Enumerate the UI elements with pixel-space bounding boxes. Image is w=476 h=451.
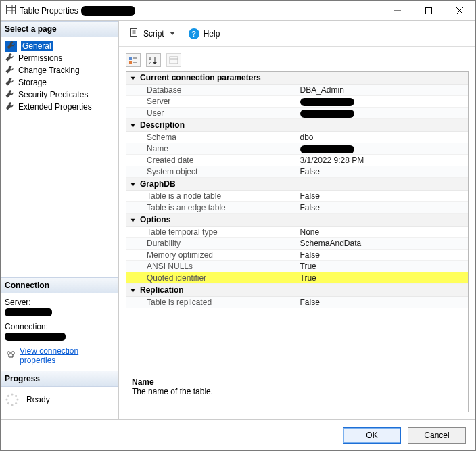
property-key: Created date <box>126 155 298 166</box>
property-key: Table temporal type <box>126 227 298 237</box>
property-row[interactable]: Table is replicatedFalse <box>126 297 468 308</box>
property-key: ANSI NULLs <box>126 261 298 272</box>
close-button[interactable] <box>444 1 475 21</box>
property-row[interactable]: Table temporal typeNone <box>126 227 468 238</box>
page-nav-item[interactable]: General <box>2 40 117 52</box>
property-value: SchemaAndData <box>300 239 362 248</box>
categorized-view-button[interactable] <box>126 53 141 67</box>
description-pane: Name The name of the table. <box>126 373 469 412</box>
collapse-icon[interactable]: ▾ <box>129 216 136 224</box>
script-label: Script <box>143 29 164 39</box>
svg-text:Z: Z <box>149 61 151 64</box>
server-label: Server: <box>5 298 114 307</box>
page-nav-item[interactable]: Change Tracking <box>2 64 117 76</box>
property-value: 3/1/2022 9:28 PM <box>300 156 364 165</box>
minimize-button[interactable] <box>382 1 413 21</box>
server-redacted <box>5 308 52 316</box>
connection-header: Connection <box>1 277 118 293</box>
svg-point-16 <box>7 402 9 404</box>
property-row[interactable]: DatabaseDBA_Admin <box>126 85 468 96</box>
left-pane: Select a page GeneralPermissionsChange T… <box>1 21 119 419</box>
progress-status: Ready <box>26 395 50 404</box>
page-nav-item[interactable]: Security Predicates <box>2 89 117 101</box>
svg-point-18 <box>7 395 9 397</box>
svg-point-13 <box>16 398 18 400</box>
svg-rect-19 <box>131 29 137 37</box>
svg-marker-23 <box>170 32 175 35</box>
table-icon <box>6 5 16 16</box>
property-row[interactable]: Server <box>126 96 468 108</box>
property-key: Quoted identifier <box>126 272 298 283</box>
svg-rect-0 <box>7 5 16 14</box>
property-value: dbo <box>300 133 314 142</box>
collapse-icon[interactable]: ▾ <box>129 287 136 294</box>
property-grid: ▾Current connection parametersDatabaseDB… <box>126 71 469 373</box>
page-nav-label: Storage <box>18 78 47 87</box>
property-value: False <box>300 203 320 212</box>
property-key: Server <box>126 96 298 107</box>
page-nav-item[interactable]: Extended Properties <box>2 101 117 113</box>
titlebar-redacted <box>81 6 135 16</box>
svg-point-15 <box>11 404 13 406</box>
page-nav-label: Change Tracking <box>18 66 80 75</box>
script-dropdown-icon <box>170 29 175 39</box>
progress-header: Progress <box>1 371 118 387</box>
wrench-icon <box>5 53 14 64</box>
property-key: Schema <box>126 132 298 143</box>
page-nav-item[interactable]: Permissions <box>2 52 117 64</box>
property-category-name: GraphDB <box>140 179 176 189</box>
connection-label: Connection: <box>5 322 114 331</box>
property-pages-button[interactable] <box>166 53 181 67</box>
property-row[interactable]: User <box>126 108 468 119</box>
help-icon: ? <box>189 28 199 39</box>
property-category-name: Description <box>140 120 185 130</box>
view-connection-properties-link[interactable]: View connection properties <box>20 346 113 365</box>
collapse-icon[interactable]: ▾ <box>129 122 136 129</box>
property-row[interactable]: Memory optimizedFalse <box>126 250 468 261</box>
property-key: Table is an edge table <box>126 202 298 213</box>
page-nav-item[interactable]: Storage <box>2 76 117 89</box>
svg-point-17 <box>5 398 7 400</box>
cancel-button[interactable]: Cancel <box>408 427 466 444</box>
property-category-name: Replication <box>140 285 184 295</box>
property-key: Table is a node table <box>126 191 298 201</box>
property-category: ▾Description <box>126 119 468 132</box>
wrench-icon <box>5 41 17 52</box>
ok-button[interactable]: OK <box>343 427 401 444</box>
alphabetical-view-button[interactable]: AZ <box>146 53 161 67</box>
help-button[interactable]: ? Help <box>185 26 224 42</box>
svg-point-10 <box>11 351 14 354</box>
progress-spinner-icon <box>5 392 20 407</box>
maximize-button[interactable] <box>413 1 444 21</box>
script-icon <box>130 28 139 39</box>
wrench-icon <box>5 77 14 89</box>
property-row[interactable]: Table is a node tableFalse <box>126 191 468 202</box>
dialog-window: Table Properties Select a page GeneralPe… <box>0 0 476 451</box>
property-key: Name <box>126 143 298 154</box>
property-row[interactable]: Name <box>126 143 468 155</box>
property-key: Memory optimized <box>126 250 298 260</box>
property-row[interactable]: DurabilitySchemaAndData <box>126 238 468 250</box>
right-pane: Script ? Help AZ <box>119 21 475 419</box>
description-text: The name of the table. <box>132 387 462 396</box>
help-label: Help <box>204 29 220 39</box>
connection-properties-icon <box>6 350 16 362</box>
page-nav: GeneralPermissionsChange TrackingStorage… <box>1 37 118 116</box>
description-name: Name <box>132 377 462 387</box>
script-button[interactable]: Script <box>126 25 179 42</box>
svg-point-14 <box>15 402 17 404</box>
select-page-header: Select a page <box>1 21 118 37</box>
property-row[interactable]: Created date3/1/2022 9:28 PM <box>126 155 468 166</box>
page-nav-label: General <box>21 41 53 51</box>
property-row[interactable]: Schemadbo <box>126 132 468 143</box>
collapse-icon[interactable]: ▾ <box>129 181 136 188</box>
svg-marker-31 <box>153 62 157 64</box>
collapse-icon[interactable]: ▾ <box>129 74 136 82</box>
property-row[interactable]: Table is an edge tableFalse <box>126 202 468 214</box>
redacted-value <box>300 145 354 153</box>
property-row[interactable]: ANSI NULLsTrue <box>126 261 468 272</box>
wrench-icon <box>5 89 14 101</box>
wrench-icon <box>5 101 14 113</box>
property-row[interactable]: Quoted identifierTrue <box>126 272 468 284</box>
property-row[interactable]: System objectFalse <box>126 166 468 178</box>
